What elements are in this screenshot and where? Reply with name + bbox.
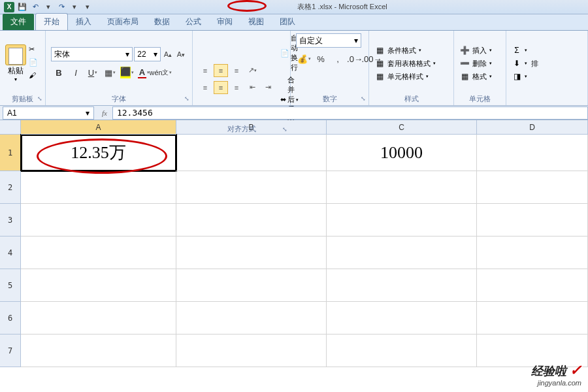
format-cells-button[interactable]: ▦格式▾ — [459, 71, 492, 82]
tab-home[interactable]: 开始 — [35, 13, 68, 30]
launcher-icon[interactable]: ⤡ — [184, 95, 189, 102]
fill-color-button[interactable]: ⬛▾ — [119, 65, 135, 80]
align-bottom-icon[interactable]: ≡ — [229, 64, 244, 77]
font-name-combo[interactable]: 宋体▾ — [51, 47, 133, 61]
row-header-5[interactable]: 5 — [0, 269, 21, 302]
cell-c6[interactable] — [327, 302, 477, 335]
redo-icon[interactable]: ↷ — [56, 2, 67, 12]
clear-button[interactable]: ◨▾ — [512, 71, 527, 82]
qat-customize-icon[interactable]: ▾ — [82, 2, 93, 12]
column-header-a[interactable]: A — [21, 120, 176, 135]
underline-button[interactable]: U▾ — [85, 65, 101, 80]
percent-icon[interactable]: % — [313, 52, 329, 66]
cell-a5[interactable] — [21, 269, 176, 302]
insert-cells-button[interactable]: ➕插入▾ — [459, 45, 492, 56]
align-left-icon[interactable]: ≡ — [198, 81, 212, 94]
tab-review[interactable]: 审阅 — [209, 14, 240, 30]
cell-b7[interactable] — [176, 335, 327, 367]
cell-styles-button[interactable]: ▦单元格样式▾ — [374, 71, 436, 82]
italic-button[interactable]: I — [68, 65, 84, 80]
conditional-format-button[interactable]: ▦条件格式▾ — [374, 45, 436, 56]
font-size-combo[interactable]: 22▾ — [134, 47, 161, 61]
cell-a4[interactable] — [21, 237, 176, 269]
align-top-icon[interactable]: ≡ — [198, 64, 212, 77]
formula-bar[interactable]: 12.3456 — [112, 106, 588, 120]
cell-d5[interactable] — [477, 269, 588, 302]
cell-d6[interactable] — [477, 302, 588, 335]
format-painter-icon[interactable]: 🖌 — [29, 71, 39, 82]
cell-d2[interactable] — [477, 171, 588, 204]
cell-a3[interactable] — [21, 204, 176, 237]
bold-button[interactable]: B — [51, 65, 67, 80]
delete-cells-button[interactable]: ➖删除▾ — [459, 58, 492, 69]
cell-c4[interactable] — [327, 237, 477, 269]
align-right-icon[interactable]: ≡ — [229, 81, 244, 94]
row-header-6[interactable]: 6 — [0, 302, 21, 335]
column-header-c[interactable]: C — [327, 120, 477, 135]
tab-data[interactable]: 数据 — [146, 14, 178, 30]
tab-insert[interactable]: 插入 — [68, 14, 99, 30]
cell-a1[interactable]: 12.35万 — [21, 135, 176, 171]
phonetic-button[interactable]: wén文▾ — [153, 65, 169, 80]
increase-decimal-icon[interactable]: .0→ — [347, 52, 363, 66]
cell-c1[interactable]: 10000 — [327, 135, 477, 171]
align-center-icon[interactable]: ≡ — [214, 81, 228, 94]
tab-formulas[interactable]: 公式 — [178, 14, 209, 30]
cut-icon[interactable]: ✂ — [29, 45, 39, 56]
orientation-icon[interactable]: ↗▾ — [245, 64, 259, 77]
wrap-icon: 📄 — [280, 49, 289, 57]
sort-filter-button[interactable]: 排 — [531, 59, 538, 69]
column-header-d[interactable]: D — [477, 120, 588, 135]
number-format-combo[interactable]: 自定义▾ — [296, 33, 361, 48]
undo-dropdown-icon[interactable]: ▾ — [43, 2, 54, 12]
increase-indent-icon[interactable]: ⇥ — [261, 81, 275, 94]
cell-d1[interactable] — [477, 135, 588, 171]
save-icon[interactable]: 💾 — [17, 2, 27, 12]
border-button[interactable]: ▦▾ — [102, 65, 118, 80]
cell-a7[interactable] — [21, 335, 176, 367]
cell-c2[interactable] — [327, 171, 477, 204]
fx-icon[interactable]: fx — [102, 109, 107, 117]
undo-icon[interactable]: ↶ — [30, 2, 41, 12]
name-box[interactable]: A1▾ — [3, 106, 94, 120]
increase-font-icon[interactable]: A▴ — [162, 47, 174, 61]
comma-icon[interactable]: , — [330, 52, 346, 66]
cell-b3[interactable] — [176, 204, 327, 237]
cell-b1[interactable] — [176, 135, 327, 171]
cell-c5[interactable] — [327, 269, 477, 302]
cell-a2[interactable] — [21, 171, 176, 204]
decrease-font-icon[interactable]: A▾ — [175, 47, 187, 61]
accounting-format-icon[interactable]: 💰▾ — [296, 52, 312, 66]
redo-dropdown-icon[interactable]: ▾ — [69, 2, 80, 12]
autosum-button[interactable]: Σ▾ — [512, 45, 527, 56]
copy-icon[interactable]: 📄 — [29, 58, 39, 69]
launcher-icon[interactable]: ⤡ — [282, 126, 287, 133]
launcher-icon[interactable]: ⤡ — [37, 95, 42, 102]
align-middle-icon[interactable]: ≡ — [214, 64, 228, 77]
decrease-decimal-icon[interactable]: .00→ — [364, 52, 380, 66]
fill-button[interactable]: ⬇▾ — [512, 58, 527, 69]
cell-c3[interactable] — [327, 204, 477, 237]
decrease-indent-icon[interactable]: ⇤ — [245, 81, 259, 94]
cell-a6[interactable] — [21, 302, 176, 335]
format-as-table-button[interactable]: ▦套用表格格式▾ — [374, 58, 436, 69]
tab-file[interactable]: 文件 — [3, 14, 34, 30]
select-all-corner[interactable] — [0, 120, 21, 135]
row-header-7[interactable]: 7 — [0, 335, 21, 367]
tab-team[interactable]: 团队 — [272, 14, 303, 30]
cell-d4[interactable] — [477, 237, 588, 269]
cell-b6[interactable] — [176, 302, 327, 335]
row-header-4[interactable]: 4 — [0, 237, 21, 269]
row-header-2[interactable]: 2 — [0, 171, 21, 204]
cell-b5[interactable] — [176, 269, 327, 302]
paste-button[interactable]: 粘贴 ▾ — [5, 44, 26, 82]
launcher-icon[interactable]: ⤡ — [361, 95, 366, 102]
cell-b4[interactable] — [176, 237, 327, 269]
cell-c7[interactable] — [327, 335, 477, 367]
row-header-1[interactable]: 1 — [0, 135, 21, 171]
tab-page-layout[interactable]: 页面布局 — [99, 14, 146, 30]
cell-d3[interactable] — [477, 204, 588, 237]
tab-view[interactable]: 视图 — [240, 14, 272, 30]
cell-b2[interactable] — [176, 171, 327, 204]
row-header-3[interactable]: 3 — [0, 204, 21, 237]
